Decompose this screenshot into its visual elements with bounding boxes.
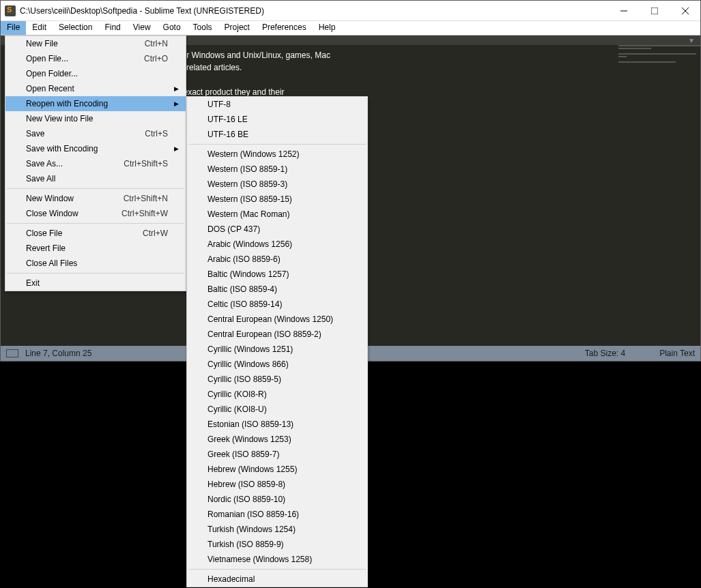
file-menu-item[interactable]: New WindowCtrl+Shift+N xyxy=(5,191,186,206)
file-menu-item[interactable]: Revert File xyxy=(5,241,186,256)
menu-help[interactable]: Help xyxy=(313,21,342,35)
encoding-menu-item[interactable]: Central European (ISO 8859-2) xyxy=(187,327,367,342)
maximize-button[interactable] xyxy=(639,1,670,20)
encoding-menu-item[interactable]: DOS (CP 437) xyxy=(187,222,367,237)
encoding-menu-item[interactable]: Vietnamese (Windows 1258) xyxy=(187,552,367,567)
encoding-menu-separator xyxy=(188,144,366,145)
menu-item-label: Western (Windows 1252) xyxy=(208,149,300,159)
menu-item-label: Arabic (Windows 1256) xyxy=(208,239,292,249)
file-menu-item[interactable]: Close All Files xyxy=(5,256,186,271)
file-menu-item[interactable]: New View into File xyxy=(5,111,186,126)
submenu-arrow-icon: ▶ xyxy=(174,145,179,152)
menubar: FileEditSelectionFindViewGotoToolsProjec… xyxy=(1,21,700,35)
close-button[interactable] xyxy=(670,1,700,20)
encoding-menu-item[interactable]: Western (Mac Roman) xyxy=(187,207,367,222)
encoding-menu-item[interactable]: Greek (Windows 1253) xyxy=(187,432,367,447)
file-menu-item[interactable]: Reopen with Encoding▶ xyxy=(5,96,186,111)
menu-item-label: Open File... xyxy=(26,54,68,63)
encoding-menu-item[interactable]: Estonian (ISO 8859-13) xyxy=(187,417,367,432)
file-menu-item[interactable]: Open Folder... xyxy=(5,66,186,81)
encoding-menu-item[interactable]: Nordic (ISO 8859-10) xyxy=(187,492,367,507)
encoding-menu-item[interactable]: Cyrillic (Windows 1251) xyxy=(187,342,367,357)
encoding-menu-item[interactable]: Arabic (Windows 1256) xyxy=(187,237,367,252)
menu-item-label: Save As... xyxy=(26,159,63,168)
file-menu-item[interactable]: New FileCtrl+N xyxy=(5,36,186,51)
encoding-menu-item[interactable]: Romanian (ISO 8859-16) xyxy=(187,507,367,522)
minimap[interactable] xyxy=(618,45,700,86)
encoding-menu-item[interactable]: Cyrillic (KOI8-U) xyxy=(187,402,367,417)
menu-shortcut: Ctrl+Shift+N xyxy=(124,194,168,203)
menu-goto[interactable]: Goto xyxy=(157,21,187,35)
menu-item-label: Cyrillic (Windows 1251) xyxy=(208,344,293,354)
menu-edit[interactable]: Edit xyxy=(26,21,53,35)
menu-item-label: Turkish (ISO 8859-9) xyxy=(208,540,284,549)
menu-preferences[interactable]: Preferences xyxy=(256,21,313,35)
encoding-menu-item[interactable]: Baltic (ISO 8859-4) xyxy=(187,282,367,297)
maximize-icon xyxy=(651,8,658,14)
encoding-menu-item[interactable]: Central European (Windows 1250) xyxy=(187,312,367,327)
encoding-menu-item[interactable]: Turkish (Windows 1254) xyxy=(187,522,367,537)
menu-item-label: Open Recent xyxy=(26,84,74,93)
encoding-menu-item[interactable]: Western (ISO 8859-1) xyxy=(187,162,367,177)
encoding-menu-item[interactable]: Western (ISO 8859-15) xyxy=(187,192,367,207)
encoding-menu-item[interactable]: Arabic (ISO 8859-6) xyxy=(187,252,367,267)
file-menu-item[interactable]: Close FileCtrl+W xyxy=(5,226,186,241)
menu-item-label: Open Folder... xyxy=(26,69,78,78)
menu-selection[interactable]: Selection xyxy=(53,21,98,35)
window-controls xyxy=(608,1,700,20)
menu-item-label: Romanian (ISO 8859-16) xyxy=(208,510,299,519)
syntax-mode[interactable]: Plain Text xyxy=(659,349,695,358)
encoding-menu-item[interactable]: Cyrillic (Windows 866) xyxy=(187,357,367,372)
menu-item-label: Close Window xyxy=(26,209,78,218)
encoding-menu-item[interactable]: Hebrew (Windows 1255) xyxy=(187,462,367,477)
menu-item-label: Western (ISO 8859-1) xyxy=(208,164,287,174)
window-title: C:\Users\ceili\Desktop\Softpedia - Subli… xyxy=(20,6,608,16)
menu-item-label: Close All Files xyxy=(26,259,77,268)
menu-item-label: Arabic (ISO 8859-6) xyxy=(208,254,281,264)
menu-item-label: Cyrillic (ISO 8859-5) xyxy=(208,374,281,384)
menu-item-label: Western (ISO 8859-15) xyxy=(208,194,292,204)
menu-item-label: Save All xyxy=(26,174,55,183)
tab-size[interactable]: Tab Size: 4 xyxy=(585,349,625,358)
minimize-button[interactable] xyxy=(608,1,639,20)
file-menu-item[interactable]: Save with Encoding▶ xyxy=(5,141,186,156)
menu-tools[interactable]: Tools xyxy=(187,21,218,35)
menu-item-label: Central European (ISO 8859-2) xyxy=(208,329,321,339)
menu-find[interactable]: Find xyxy=(98,21,126,35)
file-menu-item[interactable]: Open File...Ctrl+O xyxy=(5,51,186,66)
menu-file[interactable]: File xyxy=(1,21,26,35)
menu-item-label: Hebrew (ISO 8859-8) xyxy=(208,480,285,489)
encoding-menu-item[interactable]: Hexadecimal xyxy=(187,572,367,587)
menu-shortcut: Ctrl+N xyxy=(145,39,168,48)
menu-item-label: New View into File xyxy=(26,114,93,123)
encoding-menu-item[interactable]: Baltic (Windows 1257) xyxy=(187,267,367,282)
menu-shortcut: Ctrl+S xyxy=(145,129,168,138)
file-menu-item[interactable]: Open Recent▶ xyxy=(5,81,186,96)
encoding-menu-item[interactable]: Western (Windows 1252) xyxy=(187,147,367,162)
file-menu-item[interactable]: Save All xyxy=(5,171,186,186)
menu-item-label: Baltic (ISO 8859-4) xyxy=(208,284,277,294)
encoding-menu-item[interactable]: Greek (ISO 8859-7) xyxy=(187,447,367,462)
encoding-menu-item[interactable]: UTF-8 xyxy=(187,97,367,112)
encoding-submenu: UTF-8UTF-16 LEUTF-16 BEWestern (Windows … xyxy=(186,96,368,587)
encoding-menu-item[interactable]: Hebrew (ISO 8859-8) xyxy=(187,477,367,492)
menu-item-label: Reopen with Encoding xyxy=(26,99,108,108)
encoding-menu-item[interactable]: Western (ISO 8859-3) xyxy=(187,177,367,192)
menu-item-label: Celtic (ISO 8859-14) xyxy=(208,299,282,309)
file-menu-separator xyxy=(7,273,184,274)
tab-dropdown-icon[interactable]: ▼ xyxy=(688,37,695,44)
menu-project[interactable]: Project xyxy=(218,21,256,35)
encoding-menu-item[interactable]: Celtic (ISO 8859-14) xyxy=(187,297,367,312)
encoding-menu-item[interactable]: Cyrillic (ISO 8859-5) xyxy=(187,372,367,387)
file-menu-item[interactable]: Exit xyxy=(5,276,186,291)
encoding-menu-item[interactable]: Cyrillic (KOI8-R) xyxy=(187,387,367,402)
menu-item-label: Hebrew (Windows 1255) xyxy=(208,465,297,474)
file-menu-item[interactable]: SaveCtrl+S xyxy=(5,126,186,141)
encoding-menu-item[interactable]: UTF-16 BE xyxy=(187,127,367,142)
encoding-menu-item[interactable]: UTF-16 LE xyxy=(187,112,367,127)
file-menu-item[interactable]: Save As...Ctrl+Shift+S xyxy=(5,156,186,171)
encoding-menu-item[interactable]: Turkish (ISO 8859-9) xyxy=(187,537,367,552)
menu-view[interactable]: View xyxy=(127,21,157,35)
panel-icon[interactable] xyxy=(6,349,18,357)
file-menu-item[interactable]: Close WindowCtrl+Shift+W xyxy=(5,206,186,221)
